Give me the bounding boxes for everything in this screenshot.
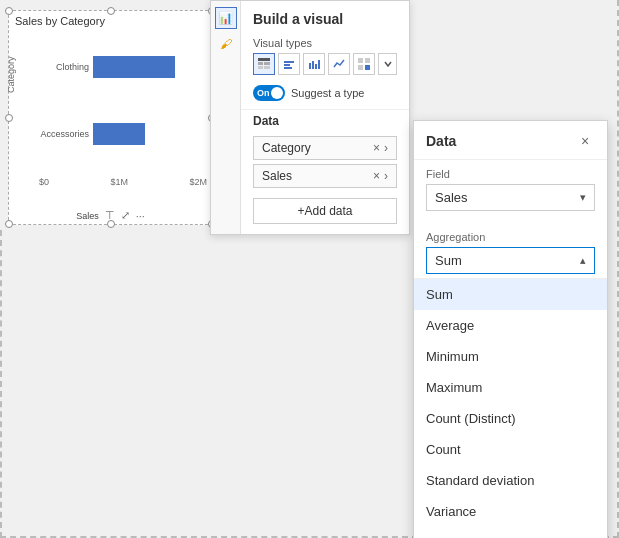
visual-types-row: [241, 53, 409, 81]
toggle-on-text: On: [257, 88, 270, 98]
x-tick-2: $2M: [189, 177, 207, 187]
svg-rect-0: [258, 58, 270, 61]
svg-rect-13: [365, 58, 370, 63]
vtype-bar[interactable]: [278, 53, 300, 75]
svg-rect-4: [264, 66, 270, 69]
aggregation-option-count[interactable]: Count: [414, 434, 607, 465]
chart-content: Category Clothing Accessories $0 $1M $2M: [9, 29, 212, 197]
data-field-category: Category × ›: [253, 136, 397, 160]
build-header: Build a visual: [241, 1, 409, 33]
svg-rect-5: [284, 61, 294, 63]
field-expand-category[interactable]: ›: [384, 141, 388, 155]
data-panel-header: Data ×: [414, 121, 607, 160]
field-name-category: Category: [262, 141, 369, 155]
field-select[interactable]: Sales ▾: [426, 184, 595, 211]
suggest-label: Suggest a type: [291, 87, 364, 99]
chart-bars: Clothing Accessories: [39, 34, 207, 167]
x-tick-1: $1M: [110, 177, 128, 187]
close-button[interactable]: ×: [575, 131, 595, 151]
format-icon[interactable]: 🖌: [215, 33, 237, 55]
svg-rect-6: [284, 64, 290, 66]
aggregation-option-median[interactable]: Median: [414, 527, 607, 538]
field-section: Field Sales ▾: [414, 160, 607, 223]
aggregation-label: Aggregation: [426, 231, 595, 243]
field-expand-sales[interactable]: ›: [384, 169, 388, 183]
svg-rect-2: [264, 62, 270, 65]
bar-label-clothing: Clothing: [39, 62, 89, 72]
svg-rect-12: [358, 58, 363, 63]
data-panel: Data × Field Sales ▾ Aggregation Sum ▴ S…: [413, 120, 608, 538]
dashed-border-left: [0, 230, 2, 538]
data-panel-title: Data: [426, 133, 456, 149]
aggregation-option-maximum[interactable]: Maximum: [414, 372, 607, 403]
field-chevron-down-icon: ▾: [580, 191, 586, 204]
svg-rect-14: [358, 65, 363, 70]
field-label: Field: [426, 168, 595, 180]
bar-row-clothing: Clothing: [39, 56, 207, 78]
y-axis-label: Category: [6, 56, 16, 93]
aggregation-chevron-up-icon: ▴: [580, 254, 586, 267]
aggregation-option-sum[interactable]: Sum: [414, 279, 607, 310]
visual-types-label: Visual types: [241, 33, 409, 53]
resize-handle-top[interactable]: [107, 7, 115, 15]
svg-rect-1: [258, 62, 263, 65]
vtype-more-dropdown[interactable]: [378, 53, 397, 75]
aggregation-option-count-distinct[interactable]: Count (Distinct): [414, 403, 607, 434]
x-axis: $0 $1M $2M: [39, 177, 207, 187]
side-icon-bar: 📊 🖌: [211, 1, 241, 234]
build-title: Build a visual: [253, 11, 343, 27]
field-clear-sales[interactable]: ×: [373, 169, 380, 183]
svg-rect-9: [312, 61, 314, 69]
svg-rect-8: [309, 63, 311, 69]
bar-clothing: [93, 56, 175, 78]
filter-icon[interactable]: ⊤: [105, 209, 115, 222]
svg-rect-3: [258, 66, 263, 69]
aggregation-option-variance[interactable]: Variance: [414, 496, 607, 527]
aggregation-option-average[interactable]: Average: [414, 310, 607, 341]
suggest-toggle[interactable]: On: [253, 85, 285, 101]
bar-row-accessories: Accessories: [39, 123, 207, 145]
svg-rect-11: [318, 60, 320, 69]
chart-area: Sales by Category Category Clothing Acce…: [8, 10, 213, 225]
svg-rect-7: [284, 67, 292, 69]
bar-label-accessories: Accessories: [39, 129, 89, 139]
data-field-sales: Sales × ›: [253, 164, 397, 188]
vtype-line[interactable]: [328, 53, 350, 75]
svg-rect-10: [315, 64, 317, 69]
aggregation-select[interactable]: Sum ▴: [426, 247, 595, 274]
resize-handle-topleft[interactable]: [5, 7, 13, 15]
data-section-label: Data: [241, 109, 409, 132]
field-name-sales: Sales: [262, 169, 369, 183]
field-select-value: Sales: [435, 190, 468, 205]
field-clear-category[interactable]: ×: [373, 141, 380, 155]
x-tick-0: $0: [39, 177, 49, 187]
vtype-column[interactable]: [303, 53, 325, 75]
build-panel-content: Build a visual Visual types: [241, 1, 409, 234]
aggregation-select-value: Sum: [435, 253, 462, 268]
aggregation-option-standard-deviation[interactable]: Standard deviation: [414, 465, 607, 496]
chart-footer: Sales ⊤ ⤢ ···: [9, 209, 212, 222]
expand-icon[interactable]: ⤢: [121, 209, 130, 222]
x-axis-title: Sales: [76, 211, 99, 221]
add-data-button[interactable]: +Add data: [253, 198, 397, 224]
vtype-table[interactable]: [253, 53, 275, 75]
build-panel: 📊 🖌 Build a visual Visual types: [210, 0, 410, 235]
more-icon[interactable]: ···: [136, 210, 145, 222]
suggest-row: On Suggest a type: [241, 81, 409, 109]
vtype-matrix[interactable]: [353, 53, 375, 75]
svg-rect-15: [365, 65, 370, 70]
chart-icon[interactable]: 📊: [215, 7, 237, 29]
bar-accessories: [93, 123, 145, 145]
aggregation-dropdown-list: SumAverageMinimumMaximumCount (Distinct)…: [414, 278, 607, 538]
aggregation-option-minimum[interactable]: Minimum: [414, 341, 607, 372]
aggregation-section: Aggregation Sum ▴: [414, 223, 607, 278]
